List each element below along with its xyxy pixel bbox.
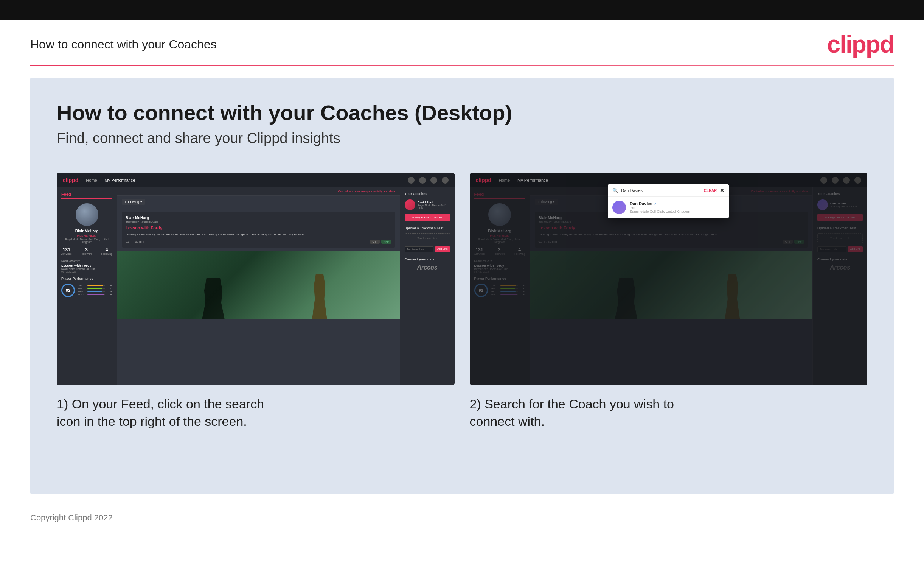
profile-sub-1: Plus Handicap <box>61 234 112 237</box>
clear-button[interactable]: CLEAR <box>704 188 717 193</box>
nav-icons-1 <box>408 177 448 183</box>
result-avatar <box>612 201 626 214</box>
lesson-text-1: Looking to feel like my hands are exitin… <box>126 232 392 237</box>
lesson-card-1: Blair McHarg Yesterday · Sunningdale Les… <box>122 212 395 248</box>
search-result-item[interactable]: Dan Davies ✓ Pro Sunningdale Golf Club, … <box>608 197 729 218</box>
verified-icon: ✓ <box>654 202 657 206</box>
activities-val-1: 131 <box>61 247 72 252</box>
screenshot-1: clippd Home My Performance <box>57 173 455 385</box>
search-icon-1[interactable] <box>408 177 414 183</box>
close-search-button[interactable]: ✕ <box>720 187 724 193</box>
coach-item-1: David Ford Royal North Devon Golf Club <box>405 200 450 210</box>
caption-2: 2) Search for the Coach you wish toconne… <box>470 396 867 430</box>
search-modal: 🔍 Dan Davies| CLEAR ✕ Dan Davies <box>608 184 729 218</box>
result-name: Dan Davies <box>630 201 652 206</box>
add-link-btn-1[interactable]: Add Link <box>435 247 450 252</box>
app-left-1: Feed Blair McHarg Plus Handicap Royal No… <box>57 187 117 385</box>
trackman-box-1: Trackman Link <box>405 233 450 244</box>
main-title: How to connect with your Coaches (Deskto… <box>57 100 867 125</box>
bar-ott: OTT 90 <box>78 284 112 287</box>
screenshot-2-container: clippd Home My Performance <box>470 173 867 430</box>
settings-icon-1[interactable] <box>430 177 437 183</box>
app-right-1: Your Coaches David Ford Royal North Devo… <box>400 187 455 385</box>
bar-putt: PUTT 96 <box>78 293 112 295</box>
profile-pic-1 <box>76 203 98 226</box>
following-btn-1[interactable]: Following ▾ <box>122 199 145 205</box>
golf-photo-1 <box>117 251 400 320</box>
following-lbl-1: Following <box>101 252 112 255</box>
header: How to connect with your Coaches clippd <box>0 19 924 65</box>
control-bar-1[interactable]: Control who can see your activity and da… <box>117 187 400 196</box>
search-header: 🔍 Dan Davies| CLEAR ✕ <box>608 184 729 197</box>
caption-1: 1) On your Feed, click on the searchicon… <box>57 396 455 430</box>
header-divider <box>30 65 894 66</box>
bar-arg: ARG 86 <box>78 290 112 292</box>
connect-title-1: Connect your data <box>405 257 450 261</box>
following-val-1: 4 <box>101 247 112 252</box>
duration-row-1: 01 hr : 30 min OTT APP <box>126 240 392 244</box>
coaches-title-1: Your Coaches <box>405 192 450 196</box>
following-bar-1: Following ▾ <box>117 196 400 208</box>
activity-date-1: 03 Aug 2022 <box>61 270 112 273</box>
result-role: Pro <box>630 206 690 210</box>
trackman-text-1: Trackman Link <box>408 237 447 240</box>
lesson-sub-1: Yesterday · Sunningdale <box>126 220 392 223</box>
golf-figure-b <box>310 274 329 320</box>
lesson-name-1: Blair McHarg <box>126 216 392 220</box>
tag-pills-1: OTT APP <box>370 240 391 244</box>
result-info: Dan Davies ✓ Pro Sunningdale Golf Club, … <box>630 201 690 213</box>
app-logo-1: clippd <box>63 177 78 183</box>
activities-lbl-1: Activities <box>61 252 72 255</box>
coach-avatar-1 <box>405 200 415 210</box>
mock-app-2: clippd Home My Performance <box>470 173 867 385</box>
profile-name-1: Blair McHarg <box>61 229 112 233</box>
arccos-logo-1: Arccos <box>405 264 450 271</box>
upload-title-1: Upload a Trackman Test <box>405 226 450 230</box>
top-bar <box>0 0 924 19</box>
followers-lbl-1: Followers <box>81 252 92 255</box>
search-overlay: 🔍 Dan Davies| CLEAR ✕ Dan Davies <box>470 173 867 385</box>
avatar-icon-1[interactable] <box>442 177 448 183</box>
screenshot-2: clippd Home My Performance <box>470 173 867 385</box>
quality-bars-1: OTT 90 APP 85 <box>78 284 112 296</box>
nav-performance-1[interactable]: My Performance <box>105 178 135 182</box>
user-icon-1[interactable] <box>419 177 426 183</box>
stats-row-1: 131 Activities 3 Followers 4 Following <box>61 247 112 255</box>
player-perf-title-1: Player Performance <box>61 277 112 281</box>
mock-app-1: clippd Home My Performance <box>57 173 455 385</box>
coach-name-1: David Ford <box>417 201 450 204</box>
quality-section-1: 92 OTT 90 APP <box>61 284 112 297</box>
main-content: How to connect with your Coaches (Deskto… <box>30 78 894 494</box>
profile-club-1: Royal North Devon Golf Club, United King… <box>61 238 112 244</box>
search-input-value[interactable]: Dan Davies| <box>621 188 701 193</box>
lesson-title-1: Lesson with Fordy <box>126 226 392 230</box>
footer: Copyright Clippd 2022 <box>0 505 924 538</box>
feed-label-1: Feed <box>61 192 112 199</box>
trackman-input-1[interactable]: Trackman Link <box>405 247 434 252</box>
activity-title-1: Lesson with Fordy <box>61 264 112 268</box>
nav-home-1[interactable]: Home <box>86 178 97 182</box>
coach-club-1: Royal North Devon Golf Club <box>417 204 450 209</box>
search-icon-sm: 🔍 <box>612 188 618 193</box>
duration-text-1: 01 hr : 30 min <box>126 240 144 244</box>
result-club: Sunningdale Golf Club, United Kingdom <box>630 210 690 213</box>
latest-activity-label-1: Latest Activity <box>61 259 112 262</box>
caption-2-text: 2) Search for the Coach you wish toconne… <box>470 397 674 429</box>
clippd-logo: clippd <box>827 30 894 58</box>
quality-circle-1: 92 <box>61 284 75 297</box>
followers-val-1: 3 <box>81 247 92 252</box>
bar-app: APP 85 <box>78 287 112 289</box>
app-middle-1: Control who can see your activity and da… <box>117 187 400 385</box>
trackman-input-row-1: Trackman Link Add Link <box>405 247 450 252</box>
app-nav-1: clippd Home My Performance <box>57 173 455 187</box>
screenshot-1-container: clippd Home My Performance <box>57 173 455 430</box>
page-title: How to connect with your Coaches <box>30 37 217 52</box>
app-body-1: Feed Blair McHarg Plus Handicap Royal No… <box>57 187 455 385</box>
caption-1-text: 1) On your Feed, click on the searchicon… <box>57 397 264 429</box>
copyright: Copyright Clippd 2022 <box>30 513 113 522</box>
activity-club-1: Royal North Devon Golf Club <box>61 268 112 270</box>
tag-off: OTT <box>370 240 380 244</box>
golf-figure-a <box>202 278 225 320</box>
manage-coaches-btn-1[interactable]: Manage Your Coaches <box>405 214 450 221</box>
main-subtitle: Find, connect and share your Clippd insi… <box>57 130 867 146</box>
